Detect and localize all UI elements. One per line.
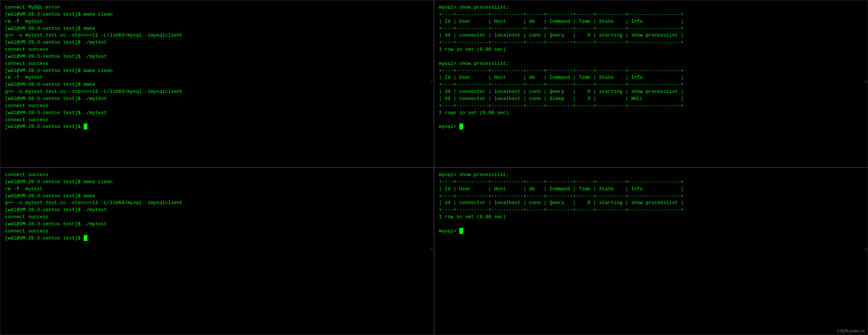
terminal-top-right-content: mysql> show processlist; +----+---------… bbox=[439, 4, 863, 131]
terminal-bottom-right[interactable]: mysql> show processlist; +----+---------… bbox=[434, 168, 868, 335]
screen-grid: connect MySQL error [wdl@VM-28-3-centos … bbox=[0, 0, 868, 335]
terminal-top-left[interactable]: connect MySQL error [wdl@VM-28-3-centos … bbox=[0, 0, 434, 168]
terminal-bottom-right-content: mysql> show processlist; +----+---------… bbox=[439, 172, 863, 235]
cursor-bottom-right bbox=[459, 228, 463, 234]
cursor-bottom-left bbox=[84, 235, 87, 241]
terminal-top-left-content: connect MySQL error [wdl@VM-28-3-centos … bbox=[5, 4, 429, 131]
scroll-indicator-top-right: v bbox=[865, 80, 867, 84]
scroll-indicator-bottom-left: v bbox=[431, 247, 433, 251]
terminal-bottom-left-content: connect success [wdl@VM-28-3-centos test… bbox=[5, 172, 429, 242]
scroll-indicator-top-left: v bbox=[431, 80, 433, 84]
cursor-top-left bbox=[84, 123, 87, 129]
scroll-indicator-bottom-right: v bbox=[865, 247, 867, 251]
cursor-top-right bbox=[459, 123, 463, 129]
watermark: CSDN znwx.cn bbox=[837, 329, 865, 333]
terminal-top-right[interactable]: mysql> show processlist; +----+---------… bbox=[434, 0, 868, 168]
terminal-bottom-left[interactable]: connect success [wdl@VM-28-3-centos test… bbox=[0, 168, 434, 335]
